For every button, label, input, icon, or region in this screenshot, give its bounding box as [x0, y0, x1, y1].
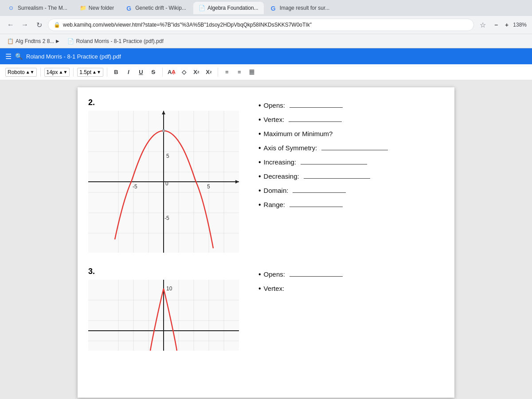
font-family-arrow: ▲▼	[26, 70, 35, 74]
label-domain: Domain:	[264, 187, 289, 194]
tab-image-result[interactable]: G Image result for sur...	[266, 2, 335, 14]
list-button3[interactable]: ≣	[246, 67, 257, 78]
refresh-button[interactable]: ↻	[34, 20, 44, 30]
property-opens: • Opens:	[258, 102, 444, 110]
bookmark-arrow-alg: ▶	[56, 39, 59, 43]
window-restore[interactable]: +	[502, 21, 511, 28]
svg-text:-5: -5	[164, 215, 169, 221]
tab-label-genetic: Genetic drift - Wikip...	[135, 5, 186, 11]
bullet-max-min: •	[258, 130, 261, 138]
property-increasing: • Increasing:	[258, 158, 444, 166]
bullet-increasing: •	[258, 158, 261, 166]
label-decreasing: Decreasing:	[264, 172, 299, 180]
zoom-level: 138%	[513, 22, 527, 28]
property-range: • Range:	[258, 201, 444, 209]
bookmark-alg[interactable]: 📋 Alg Fndtns 2 8... ▶	[4, 36, 63, 47]
bookmark-roland[interactable]: 📄 Roland Morris - 8-1 Practice (pdf).pdf	[64, 36, 167, 47]
property3-opens: • Opens:	[258, 270, 444, 278]
bookmark-icon[interactable]: ☆	[477, 20, 488, 30]
label-axis-sym: Axis of Symmetry:	[264, 144, 317, 152]
underline-button[interactable]: U	[136, 67, 146, 78]
bullet3-opens: •	[258, 270, 261, 278]
problem2-section: 2.	[88, 98, 444, 253]
superscript-button[interactable]: X2	[203, 67, 214, 78]
font-family-select[interactable]: Roboto ▲▼	[5, 68, 37, 77]
tab-algebra[interactable]: 📄 Algebra Foundation...	[193, 2, 264, 14]
property-max-min: • Maximum or Minimum?	[258, 130, 444, 138]
forward-button[interactable]: →	[20, 20, 30, 30]
svg-text:-5: -5	[133, 184, 137, 190]
problem2-graph: -5 5 5 -5 0	[88, 111, 239, 253]
address-bar[interactable]: 🔒 web.kamihq.com/web/viewer.html?state=%…	[48, 19, 474, 31]
toolbar-divider4	[162, 68, 163, 77]
problem2-left: 2.	[88, 98, 248, 253]
problem3-section: 3.	[88, 267, 444, 351]
toolbar-divider1	[40, 68, 41, 77]
subscript-label: 2	[197, 70, 199, 74]
label3-opens: Opens:	[264, 270, 285, 278]
line-height-value: 1.5pt	[79, 69, 91, 75]
list-button2[interactable]: ≡	[234, 67, 245, 78]
property3-vertex: • Vertex:	[258, 285, 444, 293]
problem3-left: 3.	[88, 267, 248, 351]
bullet-decreasing: •	[258, 172, 261, 180]
pdf-page: 2.	[78, 87, 454, 398]
tab-genetic-drift[interactable]: G Genetic drift - Wikip...	[121, 2, 192, 14]
strikethrough-button[interactable]: S	[148, 67, 159, 78]
tab-icon-google1: G	[126, 5, 133, 11]
svg-text:5: 5	[166, 153, 169, 159]
tab-surrealism[interactable]: ⊙ Surrealism - The M...	[4, 2, 73, 14]
highlight-button[interactable]: ◇	[179, 67, 189, 78]
problem2-svg: -5 5 5 -5 0	[88, 111, 239, 253]
back-button[interactable]: ←	[5, 20, 16, 30]
toolbar-divider3	[107, 68, 107, 77]
label3-vertex: Vertex:	[264, 285, 285, 292]
bookmark-label-roland: Roland Morris - 8-1 Practice (pdf).pdf	[76, 38, 163, 44]
list-button1[interactable]: ≡	[222, 67, 232, 78]
problem3-properties: • Opens: • Vertex:	[258, 270, 444, 293]
font-size-select[interactable]: 14px ▲▼	[44, 68, 70, 77]
subscript-button[interactable]: X2	[191, 67, 202, 78]
sidebar-toggle-icon[interactable]: ☰	[5, 52, 12, 61]
font-family-value: Roboto	[8, 69, 25, 75]
label-opens: Opens:	[264, 102, 285, 109]
doc-name: Roland Morris - 8-1 Practice (pdf).pdf	[26, 53, 121, 60]
bold-button[interactable]: B	[111, 67, 121, 78]
problem2-number: 2.	[88, 98, 248, 107]
bullet-range: •	[258, 201, 261, 209]
bookmark-label-alg: Alg Fndtns 2 8...	[16, 38, 54, 44]
problem2-right: • Opens: • Vertex: • Maximum or Minimum?	[258, 98, 444, 253]
svg-text:5: 5	[207, 184, 210, 190]
property-domain: • Domain:	[258, 187, 444, 195]
italic-button[interactable]: I	[123, 67, 134, 78]
tab-icon-surrealism: ⊙	[9, 5, 15, 11]
font-color-button[interactable]: A Ḁ	[166, 67, 177, 78]
main-content-scroll[interactable]: 2.	[0, 80, 532, 399]
label-range: Range:	[264, 201, 285, 208]
line-height-select[interactable]: 1.5pt ▲▼	[77, 68, 103, 77]
url-text: web.kamihq.com/web/viewer.html?state=%7B…	[63, 22, 312, 28]
line-domain	[293, 192, 346, 193]
search-doc-icon[interactable]: 🔍	[15, 53, 23, 60]
line-vertex	[289, 121, 342, 122]
font-color-icon: A	[168, 69, 172, 75]
tab-icon-google2: G	[271, 5, 277, 11]
lock-icon: 🔒	[54, 22, 60, 28]
window-minimize[interactable]: −	[492, 21, 501, 28]
problem2-properties: • Opens: • Vertex: • Maximum or Minimum?	[258, 102, 444, 209]
svg-marker-17	[162, 111, 165, 114]
line-decreasing	[304, 178, 370, 179]
font-color-swatch: Ḁ	[172, 69, 176, 75]
tab-icon-folder: 📁	[80, 5, 86, 11]
property-axis-sym: • Axis of Symmetry:	[258, 144, 444, 152]
tab-label-image: Image result for sur...	[280, 5, 330, 11]
tab-label-algebra: Algebra Foundation...	[207, 5, 258, 11]
doc-toolbar: ☰ 🔍 Roland Morris - 8-1 Practice (pdf).p…	[0, 48, 532, 64]
property-vertex: • Vertex:	[258, 116, 444, 124]
tab-new-folder[interactable]: 📁 New folder	[74, 2, 119, 14]
line-increasing	[301, 164, 367, 164]
bookmark-icon-roland: 📄	[67, 38, 74, 44]
line3-opens	[289, 276, 343, 277]
bullet-domain: •	[258, 187, 261, 195]
highlight-icon: ◇	[182, 69, 186, 75]
